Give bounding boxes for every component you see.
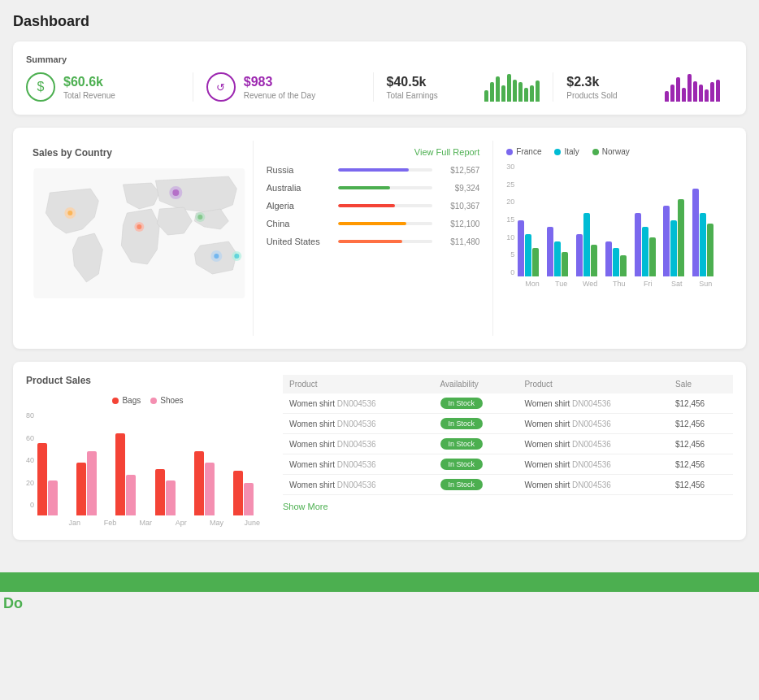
country-bar	[338, 240, 402, 243]
country-bar	[338, 222, 406, 225]
chart-bar	[642, 227, 648, 276]
chart-group	[663, 199, 691, 276]
chart-bar	[518, 220, 524, 276]
country-bar	[338, 204, 395, 207]
bottom-text: Do	[0, 595, 759, 612]
legend-dot	[506, 149, 513, 155]
svg-point-2	[172, 189, 179, 196]
legend-label: Italy	[564, 147, 579, 156]
product-inner: Product Sales BagsShoes 806040200 JanFeb…	[26, 375, 733, 527]
country-name: Australia	[267, 183, 332, 193]
mini-bar	[716, 80, 720, 102]
world-map-svg	[33, 168, 246, 298]
country-table-area: View Full Report Russia $12,567 Australi…	[253, 141, 494, 336]
chart-bar	[678, 199, 684, 276]
mini-bar	[710, 82, 714, 102]
total-revenue-value: $60.6k	[63, 75, 115, 89]
y-label: 25	[506, 180, 514, 189]
cell-sale: $12,456	[669, 434, 733, 454]
chart-x-labels: MonTueWedThuFriSatSun	[518, 280, 720, 288]
x-label: Sun	[691, 280, 720, 288]
svg-point-6	[137, 224, 141, 229]
chart-bar	[692, 189, 699, 276]
mini-bar	[484, 90, 488, 102]
chart-group	[518, 220, 545, 276]
cell-availability: In Stock	[434, 434, 518, 454]
revenue-day-value: $983	[244, 75, 315, 89]
sales-by-country-card: Sales by Country	[13, 128, 746, 349]
show-more-link[interactable]: Show More	[283, 502, 328, 511]
country-value: $12,100	[439, 220, 479, 228]
country-bar	[338, 186, 390, 189]
country-bar-wrap	[338, 186, 433, 189]
metric-products-sold: $2.3k Products Sold	[553, 72, 733, 102]
chart-bar	[583, 213, 590, 276]
country-row: Russia $12,567	[267, 165, 480, 175]
mini-bar	[682, 88, 686, 102]
summary-label: Summary	[26, 54, 733, 64]
prod-bar-shoes	[244, 483, 254, 515]
country-name: Algeria	[267, 201, 332, 211]
product-table: Product Availability Product Sale Women …	[283, 375, 733, 495]
col-availability: Availability	[434, 375, 518, 393]
svg-point-8	[197, 215, 202, 220]
prod-bar-bags	[194, 451, 204, 515]
cell-product1: Women shirt DN004536	[283, 434, 434, 454]
metric-total-earnings: $40.5k Total Earnings	[374, 72, 554, 102]
cell-sale: $12,456	[669, 393, 733, 414]
cell-sale: $12,456	[669, 414, 733, 434]
prod-x-label: June	[234, 519, 270, 527]
country-bar	[338, 168, 410, 172]
country-row: Algeria $10,367	[267, 201, 480, 211]
page-title: Dashboard	[13, 13, 746, 30]
cell-product2: Women shirt DN004536	[518, 475, 669, 495]
mini-bar	[513, 80, 517, 102]
mini-bar	[676, 77, 680, 102]
summary-card: Summary $ $60.6k Total Revenue ↺ $983 Re…	[13, 41, 746, 115]
country-bar-wrap	[338, 168, 433, 172]
prod-x-label: Jan	[57, 519, 93, 527]
prod-x-label: Apr	[163, 519, 199, 527]
cell-availability: In Stock	[434, 475, 518, 495]
legend-item: Italy	[554, 147, 579, 156]
country-name: Russia	[267, 165, 332, 175]
chart-bar	[547, 227, 553, 276]
revenue-day-label: Revenue of the Day	[244, 91, 315, 100]
mini-bar	[665, 91, 669, 102]
table-row: Women shirt DN004536 In Stock Women shir…	[283, 393, 733, 414]
country-bar-wrap	[338, 240, 433, 243]
prod-group	[155, 469, 192, 516]
mini-bar	[670, 85, 674, 102]
cell-availability: In Stock	[434, 454, 518, 475]
x-label: Thu	[605, 280, 634, 288]
chart-with-y: 302520151050 MonTueWedThuFriSatSun	[506, 163, 720, 288]
prod-legend-label: Shoes	[160, 396, 183, 405]
chart-bar	[649, 237, 656, 276]
cell-availability: In Stock	[434, 393, 518, 414]
prod-group	[233, 471, 270, 515]
country-bar-wrap	[338, 204, 433, 207]
mini-bar	[687, 74, 692, 102]
metric-revenue-day: ↺ $983 Revenue of the Day	[193, 72, 374, 102]
prod-x-labels: JanFebMarAprMayJune	[37, 519, 270, 527]
total-revenue-label: Total Revenue	[63, 91, 115, 100]
legend-item: Norway	[592, 147, 630, 156]
chart-group	[692, 189, 720, 276]
cell-availability: In Stock	[434, 414, 518, 434]
country-value: $12,567	[439, 166, 479, 175]
prod-legend-item: Shoes	[150, 396, 183, 405]
earnings-mini-chart	[484, 72, 540, 102]
prod-y-label: 60	[26, 434, 34, 442]
mini-bar	[501, 85, 505, 102]
view-full-report-link[interactable]: View Full Report	[267, 147, 480, 157]
prod-group	[115, 433, 152, 515]
chart-group	[576, 213, 604, 276]
chart-group	[605, 241, 633, 276]
country-row: Australia $9,324	[267, 183, 480, 193]
col-product1: Product	[283, 375, 434, 393]
y-label: 0	[506, 268, 514, 276]
prod-y-label: 0	[26, 501, 34, 509]
in-stock-badge: In Stock	[440, 438, 484, 450]
prod-bar-bags	[233, 471, 243, 515]
chart-bar	[554, 241, 561, 276]
